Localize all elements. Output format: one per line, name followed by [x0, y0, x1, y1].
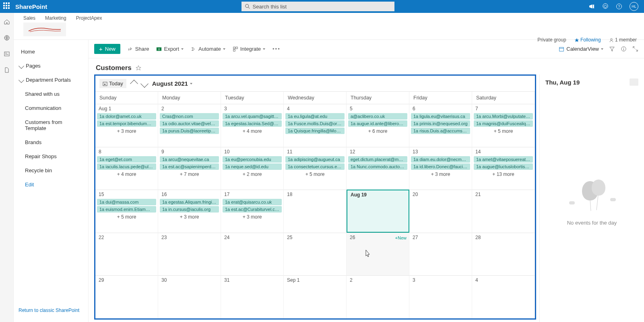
calendar-cell[interactable]: 41a eu.ligula@at.edu1a Fusce.mollis.Duis…	[284, 104, 347, 147]
expand-icon[interactable]	[632, 46, 638, 52]
calendar-event[interactable]: 1a arcu@nequevitae.ca	[160, 156, 219, 163]
search-input[interactable]: Search this list	[242, 2, 394, 11]
calendar-cell[interactable]: Aug 19	[347, 190, 409, 233]
calendar-cell[interactable]: 18	[284, 190, 347, 233]
calendar-event[interactable]: 1a est.tempor.bibendum…	[97, 120, 156, 127]
calendar-event[interactable]: 1a Fusce.mollis.Duis@orci…	[285, 120, 345, 127]
calendar-cell[interactable]: Sep 1	[284, 275, 347, 318]
calendar-cell[interactable]: 20	[409, 190, 472, 233]
nav-pages[interactable]: Pages	[14, 59, 88, 73]
calendar-cell[interactable]: 5a@aclibero.co.uk1a augue.id.ante@libero…	[347, 104, 409, 147]
today-button[interactable]: Today	[99, 79, 126, 88]
calendar-cell[interactable]: 12eget.dictum.placerat@ma…1a Nunc.commod…	[347, 147, 409, 190]
prev-month-button[interactable]	[130, 80, 138, 88]
calendar-event[interactable]: 1a augue.id.ante@libero…	[348, 120, 407, 127]
calendar-cell[interactable]: 3	[409, 275, 472, 318]
more-events-link[interactable]: + 4 more	[97, 171, 156, 177]
integrate-button[interactable]: Integrate	[233, 46, 265, 52]
info-icon[interactable]	[621, 46, 627, 52]
calendar-event[interactable]: 1a eu.ligula@at.edu	[285, 113, 345, 120]
calendar-event[interactable]: 1a euismod.enim.Etiam@…	[97, 206, 156, 213]
calendar-event[interactable]: 1a adipiscing@augueut.ca	[285, 156, 345, 163]
gear-icon[interactable]	[602, 3, 609, 10]
nav-brands[interactable]: Brands	[14, 135, 88, 149]
calendar-event[interactable]: 1a in.cursus@iaculis.org	[160, 206, 219, 213]
calendar-cell[interactable]: 161a egestas.Aliquam.fringil…1a in.cursu…	[158, 190, 221, 233]
calendar-cell[interactable]: 27	[409, 233, 472, 276]
more-events-link[interactable]: + 5 more	[97, 213, 156, 220]
calendar-cell[interactable]: 71a arcu.Morbi@vulputate…1a magnis@duiFu…	[472, 104, 535, 147]
more-events-link[interactable]: + 3 more	[411, 171, 470, 177]
automate-button[interactable]: Automate	[191, 46, 225, 52]
app-launcher-icon[interactable]	[3, 2, 11, 10]
more-events-link[interactable]: + 5 more	[285, 171, 345, 177]
calendar-event[interactable]: 1a dui@massa.com	[97, 199, 156, 205]
more-button[interactable]: •••	[272, 46, 281, 52]
more-events-link[interactable]: + 7 more	[160, 171, 219, 177]
nav-recycle-bin[interactable]: Recycle bin	[14, 163, 88, 178]
more-events-link[interactable]: + 3 more	[160, 213, 219, 220]
more-events-link[interactable]: + 4 more	[223, 128, 282, 134]
nav-repair-shops[interactable]: Repair Shops	[14, 149, 88, 163]
favorite-star-icon[interactable]	[136, 65, 141, 71]
calendar-event[interactable]: 1a iaculis.lacus.pede@ultr…	[97, 163, 156, 170]
calendar-cell[interactable]: 2Cras@non.com1a odio.auctor.vitae@vel…1a…	[158, 104, 221, 147]
calendar-event[interactable]: 1a primis.in@nequesed.org	[411, 120, 470, 127]
calendar-cell[interactable]: 25	[284, 233, 347, 276]
site-logo[interactable]	[23, 23, 66, 36]
more-events-link[interactable]: + 2 more	[223, 171, 282, 177]
calendar-cell[interactable]: 28	[472, 233, 535, 276]
calendar-event[interactable]: 1a arcu.Morbi@vulputate…	[474, 113, 533, 120]
calendar-cell[interactable]: 26+New	[347, 233, 409, 276]
calendar-cell[interactable]: 23	[158, 233, 221, 276]
calendar-event[interactable]: eget.dictum.placerat@ma…	[348, 156, 407, 163]
calendar-event[interactable]: a@aclibero.co.uk	[348, 113, 407, 120]
calendar-cell[interactable]: 171a erat@quisarcu.co.uk1a est.ac@Curabi…	[221, 190, 284, 233]
calendar-cell[interactable]: 141a amet@vitaeposuereat…1a augue@luctus…	[472, 147, 535, 190]
news-icon[interactable]	[4, 51, 10, 57]
calendar-event[interactable]: 1a egestas.lacinia.Sed@ve…	[223, 120, 282, 127]
files-icon[interactable]	[4, 67, 10, 73]
calendar-event[interactable]: 1a neque.sed@id.edu	[223, 163, 282, 170]
calendar-event[interactable]: 1a dolor@amet.co.uk	[97, 113, 156, 120]
calendar-cell[interactable]: 31	[221, 275, 284, 318]
calendar-event[interactable]: 1a risus.Duis.a@accumsa…	[411, 128, 470, 134]
calendar-cell[interactable]: 29	[95, 275, 158, 318]
nav-department-portals[interactable]: Department Portals	[14, 73, 88, 87]
calendar-cell[interactable]: 30	[158, 275, 221, 318]
calendar-cell[interactable]: 111a adipiscing@augueut.ca1a consectetue…	[284, 147, 347, 190]
user-avatar[interactable]: HL	[630, 2, 638, 11]
calendar-cell[interactable]: 91a arcu@nequevitae.ca1a est.ac@sapienim…	[158, 147, 221, 190]
more-events-link[interactable]: + 5 more	[474, 128, 533, 134]
more-events-link[interactable]: + 3 more	[97, 128, 156, 134]
more-events-link[interactable]: + 13 more	[474, 171, 533, 177]
calendar-event[interactable]: 1a purus.Duis@laoreetips…	[160, 128, 219, 134]
calendar-event[interactable]: 1a magnis@duiFuscealiqu…	[474, 120, 533, 127]
calendar-event[interactable]: 1a amet@vitaeposuereat…	[474, 156, 533, 163]
nav-customers-template[interactable]: Customers from Template	[14, 115, 88, 135]
month-selector[interactable]: August 2021	[152, 80, 192, 87]
share-button[interactable]: Share	[128, 46, 149, 52]
classic-link[interactable]: Return to classic SharePoint	[14, 303, 88, 317]
calendar-cell[interactable]: 24	[221, 233, 284, 276]
calendar-event[interactable]: 1a eu@perconubia.edu	[223, 156, 282, 163]
calendar-event[interactable]: 1a odio.auctor.vitae@vel…	[160, 120, 219, 127]
calendar-cell[interactable]: 61a ligula.eu@vitaerisus.ca1a primis.in@…	[409, 104, 472, 147]
calendar-cell[interactable]: 2	[347, 275, 409, 318]
nav-communication[interactable]: Communication	[14, 101, 88, 115]
nav-shared-with-us[interactable]: Shared with us	[14, 87, 88, 101]
site-tab-marketing[interactable]: Marketing	[45, 15, 66, 21]
nav-home[interactable]: Home	[14, 45, 88, 59]
calendar-event[interactable]: 1a augue@luctuslobortis…	[474, 163, 533, 170]
calendar-event[interactable]: Cras@non.com	[160, 113, 219, 120]
home-icon[interactable]	[4, 19, 10, 25]
more-events-link[interactable]: + 3 more	[223, 213, 282, 220]
calendar-cell[interactable]: 131a diam.eu.dolor@necme…1a id.libero.Do…	[409, 147, 472, 190]
calendar-event[interactable]: 1a egestas.Aliquam.fringil…	[160, 199, 219, 205]
export-button[interactable]: X Export	[156, 46, 184, 52]
calendar-event[interactable]: 1a ligula.eu@vitaerisus.ca	[411, 113, 470, 120]
quick-new-button[interactable]: +New	[395, 235, 407, 240]
help-icon[interactable]: ?	[616, 3, 622, 10]
calendar-event[interactable]: 1a Nunc.commodo.auctor…	[348, 163, 407, 170]
view-selector[interactable]: CalendarView	[559, 46, 603, 52]
